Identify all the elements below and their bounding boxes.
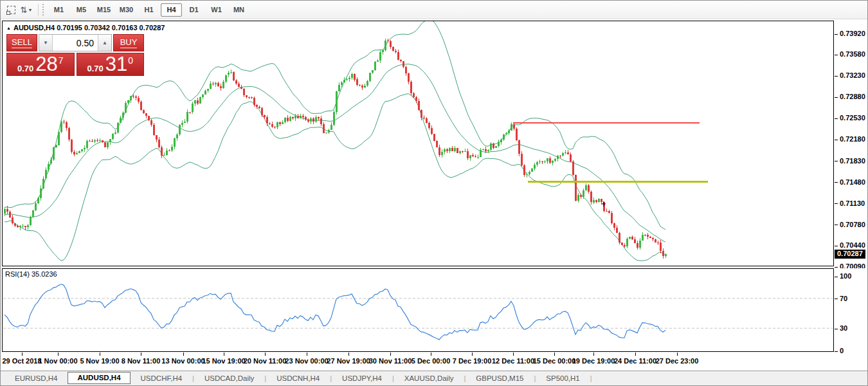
time-axis-label: 20 Nov 11:00 xyxy=(244,357,287,365)
rsi-chart xyxy=(3,269,833,351)
time-axis-tick xyxy=(307,353,307,356)
time-axis-label: 15 Nov 19:00 xyxy=(202,357,245,365)
time-axis-label: 27 Nov 19:00 xyxy=(327,357,370,365)
price-axis-label: 0.72530 xyxy=(835,114,865,122)
selection-tool-icon[interactable] xyxy=(5,3,17,16)
rsi-indicator-pane[interactable]: RSI(14) 35.0236 xyxy=(2,268,834,352)
price-axis-label: 0.70440 xyxy=(835,241,865,249)
one-click-trading-panel: SELL ▼ ▲ BUY 0.70287 0.70310 xyxy=(6,34,144,76)
price-axis[interactable]: 0.739200.735800.732300.728800.725300.721… xyxy=(835,21,868,266)
time-axis-label: 24 Dec 11:00 xyxy=(614,357,656,365)
timeframe-button-group: M1M5M15M30H1H4D1W1MN xyxy=(48,3,250,17)
time-axis-tick xyxy=(100,353,100,356)
sell-price-pip: 7 xyxy=(59,56,64,65)
time-axis-tick xyxy=(22,353,23,356)
chart-tab-sp500[interactable]: SP500,H1 xyxy=(536,373,590,383)
timeframe-button-m15[interactable]: M15 xyxy=(93,3,114,17)
chart-tab-gbpusd[interactable]: GBPUSD,M15 xyxy=(466,373,534,383)
time-axis-tick xyxy=(183,353,184,356)
chart-tab-usdjpy[interactable]: USDJPY,H4 xyxy=(332,373,392,383)
rsi-axis-label: 100 xyxy=(835,272,851,280)
timeframe-button-d1[interactable]: D1 xyxy=(183,3,204,17)
timeframe-button-h1[interactable]: H1 xyxy=(138,3,159,17)
time-axis-tick xyxy=(390,353,391,356)
time-axis-tick xyxy=(141,353,141,356)
current-price-tag: 0.70287 xyxy=(835,250,865,259)
sell-price-prefix: 0.70 xyxy=(17,64,33,73)
chart-tab-usdcnh[interactable]: USDCNH,H4 xyxy=(266,373,330,383)
time-axis-label: 8 Nov 11:00 xyxy=(122,357,161,365)
time-axis-label: 23 Nov 00:00 xyxy=(285,357,328,365)
price-axis-label: 0.72180 xyxy=(835,135,865,143)
rsi-line xyxy=(5,284,665,340)
time-axis-label: 30 Nov 11:00 xyxy=(369,357,412,365)
doji-candle xyxy=(602,201,606,207)
price-axis-label: 0.73580 xyxy=(835,50,865,58)
buy-price-prefix: 0.70 xyxy=(87,64,103,73)
price-axis-label: 0.70780 xyxy=(835,221,865,228)
volume-group: ▼ ▲ xyxy=(39,34,112,51)
time-axis-tick xyxy=(677,353,678,356)
timeframe-button-m5[interactable]: M5 xyxy=(71,3,92,17)
buy-price-pip: 0 xyxy=(128,56,133,65)
sell-price-button[interactable]: 0.70287 xyxy=(6,53,75,76)
rsi-axis-label: 30 xyxy=(835,324,847,332)
caret-down-icon: ▼ xyxy=(28,8,32,12)
time-axis-label: 5 Dec 00:00 xyxy=(411,357,451,365)
time-axis-label: 7 Dec 19:00 xyxy=(453,357,492,365)
chart-tab-usdchf[interactable]: USDCHF,H4 xyxy=(131,373,193,383)
time-axis-tick xyxy=(513,353,514,356)
toolbar: ⇅ ▼ M1M5M15M30H1H4D1W1MN xyxy=(1,1,867,19)
bollinger-lower-band xyxy=(5,94,665,261)
price-axis-label: 0.71130 xyxy=(835,199,865,207)
time-axis-label: 5 Nov 19:00 xyxy=(80,357,119,365)
time-axis-tick xyxy=(554,353,555,356)
time-axis-tick xyxy=(635,353,636,356)
price-axis-label: 0.71480 xyxy=(835,178,865,186)
chart-tab-eurusd[interactable]: EURUSD,H4 xyxy=(5,373,68,383)
mt4-window: ⇅ ▼ M1M5M15M30H1H4D1W1MN ▲AUDUSD,H4 0.70… xyxy=(0,0,868,386)
volume-input[interactable] xyxy=(53,35,98,51)
chart-tab-xauusd[interactable]: XAUUSD,Daily xyxy=(394,373,464,383)
time-axis-tick xyxy=(224,353,224,356)
time-axis-tick xyxy=(348,353,349,356)
rsi-axis-label: 0 xyxy=(835,347,844,354)
time-axis-label: 15 Dec 00:00 xyxy=(533,357,576,365)
timeframe-button-m1[interactable]: M1 xyxy=(48,3,69,17)
rsi-axis: 10070300 xyxy=(835,268,868,352)
timeframe-button-h4[interactable]: H4 xyxy=(161,3,182,17)
buy-price-button[interactable]: 0.70310 xyxy=(77,53,145,76)
tab-separator: | xyxy=(590,374,592,382)
chevron-down-icon: ▼ xyxy=(43,40,48,46)
timeframe-button-w1[interactable]: W1 xyxy=(206,3,227,17)
time-axis-label: 1 Nov 00:00 xyxy=(38,357,77,365)
rsi-axis-label: 70 xyxy=(835,295,847,302)
time-axis[interactable]: 29 Oct 20181 Nov 00:005 Nov 19:008 Nov 1… xyxy=(2,353,834,369)
increase-volume-button[interactable]: ▲ xyxy=(98,35,111,51)
timeframe-button-m30[interactable]: M30 xyxy=(116,3,137,17)
symbol-ohlc-text: AUDUSD,H4 0.70195 0.70342 0.70163 0.7028… xyxy=(14,24,165,32)
time-axis-tick xyxy=(431,353,431,356)
chart-tab-usdcad[interactable]: USDCAD,Daily xyxy=(194,373,264,383)
decrease-volume-button[interactable]: ▼ xyxy=(39,35,53,51)
sell-price-main: 28 xyxy=(35,55,57,73)
timeframe-button-mn[interactable]: MN xyxy=(228,3,249,17)
collapse-arrow-icon[interactable]: ▲ xyxy=(6,26,11,30)
time-axis-tick xyxy=(58,353,59,356)
rsi-indicator-label: RSI(14) 35.0236 xyxy=(5,270,57,278)
toolbar-separator xyxy=(38,4,39,15)
chart-tab-audusd[interactable]: AUDUSD,H4 xyxy=(68,372,130,384)
chart-tab-bar: EURUSD,H4AUDUSD,H4USDCHF,H4|USDCAD,Daily… xyxy=(1,371,867,385)
time-axis-label: 19 Dec 19:00 xyxy=(572,357,615,365)
chevron-up-icon: ▲ xyxy=(102,40,107,46)
buy-price-main: 31 xyxy=(105,55,127,73)
time-axis-label: 29 Oct 2018 xyxy=(2,357,41,365)
toolbar-drag-handle[interactable] xyxy=(42,4,44,15)
price-axis-label: 0.73920 xyxy=(835,30,865,37)
buy-button[interactable]: BUY xyxy=(113,34,144,51)
sort-order-icon[interactable]: ⇅ ▼ xyxy=(20,3,33,16)
time-axis-tick xyxy=(593,353,594,356)
sell-button[interactable]: SELL xyxy=(6,34,37,51)
price-chart-pane[interactable]: ▲AUDUSD,H4 0.70195 0.70342 0.70163 0.702… xyxy=(2,21,834,266)
price-axis-label: 0.72880 xyxy=(835,93,865,100)
